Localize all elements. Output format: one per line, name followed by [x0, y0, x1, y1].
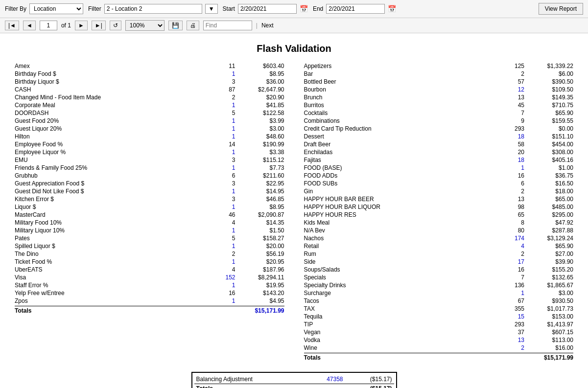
item-name: Guest Appreciation Food $	[15, 180, 216, 187]
item-name: Specialty Drinks	[304, 282, 505, 289]
filter-by-label: Filter By	[5, 5, 26, 12]
start-calendar-icon[interactable]: 📅	[300, 5, 308, 13]
item-amount: $2,647.90	[245, 86, 284, 93]
item-count: 1	[216, 243, 245, 250]
item-amount: $39.90	[534, 258, 573, 265]
date-end-group: End 📅	[313, 4, 396, 14]
prev-page-button[interactable]: ◄	[23, 21, 36, 30]
item-count: 136	[505, 282, 534, 289]
item-count: 46	[216, 211, 245, 218]
item-amount: $3,129.24	[534, 235, 573, 242]
balancing-box: Balancing Adjustment 47358 ($15.17) Tota…	[191, 372, 397, 388]
next-page-button[interactable]: ►	[75, 21, 88, 30]
item-count: 1	[505, 290, 534, 297]
item-count: 58	[505, 141, 534, 148]
item-amount: $1.00	[534, 164, 573, 171]
item-count: 152	[216, 274, 245, 281]
item-count: 87	[216, 86, 245, 93]
item-count: 2	[505, 344, 534, 351]
item-amount: $390.50	[534, 78, 573, 85]
item-amount: $3.38	[245, 149, 284, 156]
item-amount: $20.90	[245, 94, 284, 101]
filter-dropdown-button[interactable]: ▼	[205, 4, 218, 14]
item-count: 17	[505, 258, 534, 265]
item-count: 1	[216, 70, 245, 77]
list-item: Vodka 13 $113.00	[304, 336, 574, 344]
list-item: Rum 2 $27.00	[304, 250, 574, 258]
item-count: 3	[216, 78, 245, 85]
filter-by-select[interactable]: Location	[29, 3, 83, 14]
item-name: EMU	[15, 157, 216, 163]
next-link[interactable]: Next	[261, 22, 274, 29]
item-count: 125	[505, 63, 534, 69]
item-amount: $159.55	[534, 117, 573, 124]
list-item: FOOD ADDs 16 $36.75	[304, 172, 574, 180]
item-amount: $295.00	[534, 211, 573, 218]
filter-input[interactable]	[104, 4, 202, 14]
item-name: Guest Did Not Like Food $	[15, 188, 216, 195]
item-count: 1	[216, 149, 245, 156]
view-report-button[interactable]: View Report	[539, 3, 583, 15]
item-amount: $22.95	[245, 180, 284, 187]
list-item: Birthday Liquor $ 3 $36.00	[15, 78, 284, 86]
end-calendar-icon[interactable]: 📅	[388, 5, 396, 13]
item-name: Cocktails	[304, 110, 505, 116]
list-item: TAX 355 $1,017.73	[304, 305, 574, 313]
save-button[interactable]: 💾	[168, 21, 183, 30]
item-count: 67	[505, 297, 534, 304]
list-item: MasterCard 46 $2,090.87	[15, 211, 284, 219]
first-page-button[interactable]: |◄	[5, 21, 19, 30]
item-name: Tacos	[304, 297, 505, 304]
filter-label: Filter	[88, 5, 101, 12]
list-item: Combinations 9 $159.55	[304, 117, 574, 125]
item-name: Hilton	[15, 133, 216, 140]
list-item: Retail 4 $65.90	[304, 242, 574, 250]
item-name: FOOD SUBs	[304, 180, 505, 187]
page-number-input[interactable]	[40, 21, 57, 30]
list-item: Birthday Food $ 1 $8.95	[15, 70, 284, 78]
end-label: End	[313, 5, 323, 12]
item-count: 6	[216, 172, 245, 179]
item-count: 1	[505, 164, 534, 171]
list-item: Side 17 $39.90	[304, 258, 574, 266]
zoom-select[interactable]: 100% 75% 150%	[125, 20, 165, 31]
list-item: Specials 7 $132.65	[304, 274, 574, 281]
list-item: Tequila 15 $153.00	[304, 313, 574, 320]
item-amount: $3.00	[534, 290, 573, 297]
item-count: 1	[216, 282, 245, 289]
find-input[interactable]	[203, 21, 252, 30]
item-name: Yelp Free w/Entree	[15, 290, 216, 297]
list-item: Changed Mind - Food Item Made 2 $20.90	[15, 93, 284, 101]
item-count: 174	[505, 235, 534, 242]
item-amount: $20.00	[245, 243, 284, 250]
item-amount: $65.00	[534, 196, 573, 203]
report-title: Flash Validation	[15, 43, 573, 54]
item-name: Surcharge	[304, 290, 505, 297]
start-date-input[interactable]	[238, 4, 297, 14]
item-name: Grubhub	[15, 172, 216, 179]
list-item: HAPPY HOUR BAR BEER 13 $65.00	[304, 195, 574, 203]
item-name: Corporate Meal	[15, 102, 216, 109]
last-page-button[interactable]: ►|	[92, 21, 106, 30]
list-item: Friends & Family Food 25% 1 $7.73	[15, 164, 284, 172]
report-area: Flash Validation Amex 11 $603.40 Birthda…	[0, 33, 588, 388]
balancing-row: Balancing Adjustment 47358 ($15.17)	[194, 375, 394, 384]
item-name: Ticket Food %	[15, 258, 216, 265]
balancing-totals-label: Totals	[196, 385, 314, 388]
item-count: 1	[216, 117, 245, 124]
item-amount: $132.65	[534, 274, 573, 281]
item-amount: $19.95	[245, 282, 284, 289]
item-amount: $158.27	[245, 235, 284, 242]
list-item: Specialty Drinks 136 $1,865.67	[304, 281, 574, 289]
item-name: Rum	[304, 251, 505, 257]
item-name: Draft Beer	[304, 141, 505, 148]
list-item: Credit Card Tip Reduction 293 $0.00	[304, 125, 574, 133]
item-name: Birthday Food $	[15, 70, 216, 77]
print-button[interactable]: 🖨	[187, 21, 199, 30]
item-count: 9	[505, 117, 534, 124]
item-name: Bar	[304, 70, 505, 77]
end-date-input[interactable]	[326, 4, 385, 14]
item-name: HAPPY HOUR RES	[304, 211, 505, 218]
item-count: 37	[505, 329, 534, 336]
refresh-button[interactable]: ↺	[110, 21, 121, 30]
